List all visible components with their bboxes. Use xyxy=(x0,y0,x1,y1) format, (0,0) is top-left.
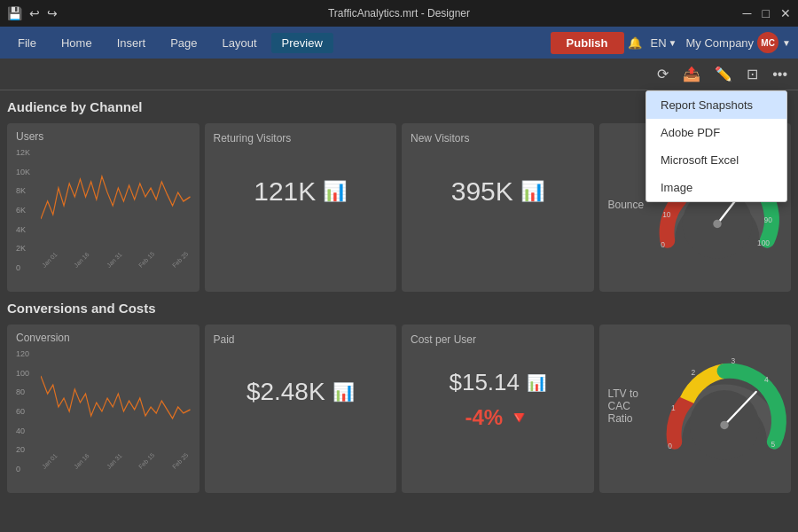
menu-layout[interactable]: Layout xyxy=(212,33,268,53)
users-chart: 12K 10K 8K 6K 4K 2K 0 Jan 01 Jan 16 Jan … xyxy=(16,148,191,272)
toolbar-export-icon[interactable]: 📤 xyxy=(679,62,704,86)
svg-text:3: 3 xyxy=(732,356,736,365)
svg-point-2 xyxy=(713,220,721,228)
menu-home[interactable]: Home xyxy=(51,33,103,53)
new-visitors-bars-icon: 📊 xyxy=(520,180,544,203)
save-icon[interactable]: 💾 xyxy=(7,6,22,20)
returning-value: 121K 📊 xyxy=(214,176,388,207)
returning-visitors-card: Returing Visitors 121K 📊 xyxy=(205,123,397,292)
ltv-cac-card: LTV to CAC Ratio 0 xyxy=(599,325,792,493)
dropdown-item-image[interactable]: Image xyxy=(646,174,786,201)
svg-text:0: 0 xyxy=(661,240,665,249)
users-title: Users xyxy=(16,130,191,143)
svg-text:90: 90 xyxy=(764,215,773,224)
minimize-button[interactable]: ─ xyxy=(743,6,752,20)
dropdown-item-microsoft-excel[interactable]: Microsoft Excel xyxy=(646,146,786,174)
svg-text:100: 100 xyxy=(757,239,770,247)
users-card: Users 12K 10K 8K 6K 4K 2K 0 Jan 01 xyxy=(7,123,200,292)
paid-title: Paid xyxy=(214,333,388,346)
conversion-chart: 120 100 80 60 40 20 0 Jan 01 Jan 16 Jan … xyxy=(16,349,191,473)
conversion-chart-svg xyxy=(41,349,191,456)
cost-per-user-card: Cost per User $15.14 📊 -4% 🔻 xyxy=(402,325,594,493)
ltv-cac-gauge-svg: 0 1 2 3 4 5 xyxy=(658,347,791,462)
svg-text:4: 4 xyxy=(764,375,769,384)
svg-text:5: 5 xyxy=(771,440,776,449)
paid-bars-icon: 📊 xyxy=(332,381,355,403)
conversion-title: Conversion xyxy=(16,332,191,344)
toolbar-refresh-icon[interactable]: ⟳ xyxy=(653,62,672,86)
company-selector[interactable]: My Company MC ▼ xyxy=(686,32,791,53)
paid-card: Paid $2.48K 📊 xyxy=(205,325,397,493)
conversion-card: Conversion 120 100 80 60 40 20 0 Jan 01 … xyxy=(7,325,200,493)
down-arrow-icon: 🔻 xyxy=(508,407,530,428)
menu-page[interactable]: Page xyxy=(160,33,207,53)
bounce-title: Bounce xyxy=(608,199,645,211)
title-bar: 💾 ↩ ↪ TrafficAnalytics.mrt - Designer ─ … xyxy=(0,0,798,27)
users-chart-svg xyxy=(41,148,191,254)
undo-icon[interactable]: ↩ xyxy=(29,6,40,20)
company-dropdown-arrow: ▼ xyxy=(782,38,791,48)
conversion-y-labels: 120 100 80 60 40 20 0 xyxy=(16,349,33,473)
maximize-button[interactable]: □ xyxy=(763,6,770,20)
company-avatar: MC xyxy=(757,32,778,53)
toolbar-edit-icon[interactable]: ✏️ xyxy=(711,62,736,86)
publish-button[interactable]: Publish xyxy=(551,32,624,54)
lang-dropdown-arrow: ▼ xyxy=(669,38,677,48)
svg-text:1: 1 xyxy=(671,403,676,412)
new-visitors-value: 395K 📊 xyxy=(411,176,585,207)
toolbar-row: ⟳ 📤 ✏️ ⊡ ••• xyxy=(0,59,798,90)
new-visitors-title: New Visitors xyxy=(411,132,585,145)
language-selector[interactable]: EN ▼ xyxy=(651,36,677,50)
cost-per-user-title: Cost per User xyxy=(411,333,585,346)
notification-icon[interactable]: 🔔 xyxy=(628,36,642,50)
dropdown-item-report-snapshots[interactable]: Report Snapshots xyxy=(646,91,786,119)
new-visitors-card: New Visitors 395K 📊 xyxy=(402,123,594,292)
paid-value: $2.48K 📊 xyxy=(214,378,388,406)
svg-text:2: 2 xyxy=(692,368,696,377)
section2-title: Conversions and Costs xyxy=(7,299,791,317)
cost-per-user-value: $15.14 📊 xyxy=(411,369,585,396)
svg-text:10: 10 xyxy=(662,210,671,219)
section2-cards: Conversion 120 100 80 60 40 20 0 Jan 01 … xyxy=(7,325,791,493)
users-y-labels: 12K 10K 8K 6K 4K 2K 0 xyxy=(16,148,34,272)
toolbar-crop-icon[interactable]: ⊡ xyxy=(743,62,762,86)
menu-preview[interactable]: Preview xyxy=(271,33,333,53)
window-title: TrafficAnalytics.mrt - Designer xyxy=(328,7,470,20)
title-bar-left: 💾 ↩ ↪ xyxy=(7,6,58,20)
ltv-cac-title: LTV to CAC Ratio xyxy=(608,387,659,425)
menu-insert[interactable]: Insert xyxy=(106,33,157,53)
export-dropdown-menu: Report Snapshots Adobe PDF Microsoft Exc… xyxy=(645,90,787,202)
svg-point-16 xyxy=(720,421,728,429)
cost-change: -4% 🔻 xyxy=(411,405,585,430)
returning-title: Returing Visitors xyxy=(214,132,388,145)
dropdown-item-adobe-pdf[interactable]: Adobe PDF xyxy=(646,119,786,146)
close-button[interactable]: ✕ xyxy=(780,6,791,20)
menu-right-items: 🔔 EN ▼ My Company MC ▼ xyxy=(628,32,791,53)
cost-bars-icon: 📊 xyxy=(527,373,546,393)
returning-bars-icon: 📊 xyxy=(323,180,347,203)
svg-text:0: 0 xyxy=(668,442,672,450)
window-controls: ─ □ ✕ xyxy=(743,6,791,20)
redo-icon[interactable]: ↪ xyxy=(47,6,58,20)
ltv-cac-gauge: 0 1 2 3 4 5 xyxy=(658,347,782,471)
menu-file[interactable]: File xyxy=(7,33,47,53)
toolbar-more-icon[interactable]: ••• xyxy=(769,63,791,86)
menu-bar: File Home Insert Page Layout Preview Pub… xyxy=(0,27,798,59)
